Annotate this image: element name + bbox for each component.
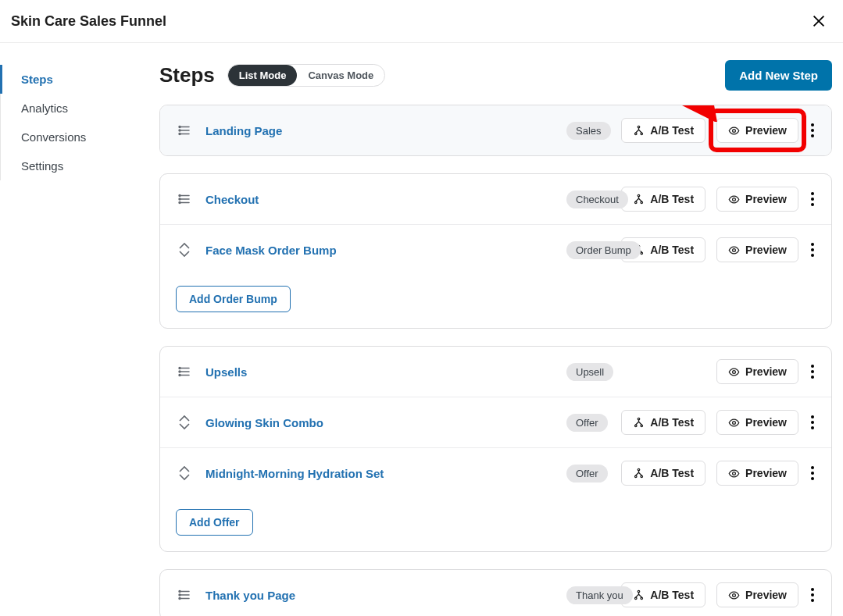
list-mode-option[interactable]: List Mode	[228, 65, 298, 86]
svg-point-23	[733, 248, 736, 251]
main-content: Steps List Mode Canvas Mode Add New Step…	[156, 43, 843, 616]
more-options-icon[interactable]	[809, 240, 816, 260]
ab-test-button[interactable]: A/B Test	[621, 187, 705, 212]
ab-test-icon	[633, 468, 645, 479]
svg-point-17	[635, 201, 638, 204]
row-actions: A/B TestPreview	[621, 410, 816, 435]
svg-point-37	[641, 475, 643, 478]
eye-icon	[728, 194, 740, 205]
step-name-link[interactable]: Face Mask Order Bump	[205, 244, 337, 257]
drag-handle-icon[interactable]	[176, 365, 193, 379]
sidebar-item-analytics[interactable]: Analytics	[0, 94, 156, 123]
eye-icon	[728, 589, 740, 601]
step-name-link[interactable]: Thank you Page	[205, 589, 295, 602]
ab-test-button[interactable]: A/B Test	[621, 410, 705, 435]
add-new-step-button[interactable]: Add New Step	[725, 60, 832, 91]
ab-test-button[interactable]: A/B Test	[621, 461, 705, 486]
step-row: CheckoutCheckoutA/B TestPreview	[160, 174, 831, 224]
step-type-badge: Sales	[566, 122, 611, 140]
svg-point-30	[733, 370, 736, 373]
step-type-badge: Checkout	[566, 190, 628, 208]
svg-point-27	[179, 368, 180, 369]
drag-handle-icon[interactable]	[176, 192, 193, 206]
svg-point-13	[179, 195, 180, 197]
sidebar-item-steps[interactable]: Steps	[0, 65, 156, 94]
sidebar-item-conversions[interactable]: Conversions	[0, 123, 156, 151]
svg-point-8	[641, 133, 643, 135]
ab-test-icon	[633, 125, 645, 137]
svg-point-43	[179, 594, 180, 596]
svg-point-3	[179, 126, 180, 128]
svg-point-5	[179, 134, 180, 135]
sidebar-item-settings[interactable]: Settings	[0, 151, 156, 180]
more-options-icon[interactable]	[809, 189, 816, 209]
row-actions: A/B TestPreview	[621, 237, 816, 262]
canvas-mode-option[interactable]: Canvas Mode	[297, 65, 384, 86]
row-actions: Preview	[716, 359, 816, 384]
svg-point-14	[179, 198, 180, 200]
close-icon[interactable]	[810, 12, 827, 30]
add-order-bump-button[interactable]: Add Order Bump	[176, 286, 291, 312]
step-row: Landing PageSalesA/B TestPreview	[160, 105, 831, 155]
card-footer: Add Order Bump	[160, 275, 831, 328]
eye-icon	[728, 417, 740, 429]
more-options-icon[interactable]	[809, 120, 816, 141]
preview-button[interactable]: Preview	[716, 410, 798, 435]
more-options-icon[interactable]	[809, 412, 816, 433]
reorder-arrows[interactable]	[176, 465, 193, 481]
step-name-link[interactable]: Midnight-Morning Hydration Set	[205, 467, 384, 480]
svg-point-28	[179, 371, 180, 372]
step-row: Face Mask Order BumpOrder BumpA/B TestPr…	[160, 224, 831, 275]
step-row: Midnight-Morning Hydration SetOfferA/B T…	[160, 447, 831, 498]
row-actions: A/B TestPreview	[621, 118, 816, 143]
step-type-badge: Upsell	[566, 363, 613, 381]
drag-handle-icon[interactable]	[176, 588, 193, 602]
step-card: CheckoutCheckoutA/B TestPreviewFace Mask…	[159, 173, 832, 329]
row-actions: A/B TestPreview	[621, 582, 816, 607]
reorder-arrows[interactable]	[176, 415, 193, 430]
eye-icon	[728, 468, 740, 479]
ab-test-icon	[633, 417, 645, 429]
step-type-badge: Offer	[566, 414, 608, 432]
svg-point-44	[179, 598, 180, 600]
preview-button[interactable]: Preview	[716, 582, 798, 607]
page-title: Steps	[159, 63, 215, 87]
preview-button[interactable]: Preview	[716, 461, 798, 486]
add-offer-button[interactable]: Add Offer	[176, 509, 253, 536]
more-options-icon[interactable]	[809, 585, 816, 605]
reorder-arrows[interactable]	[176, 242, 193, 258]
svg-point-9	[733, 129, 736, 132]
view-mode-toggle[interactable]: List Mode Canvas Mode	[227, 64, 385, 87]
step-type-badge: Offer	[566, 465, 608, 482]
row-actions: A/B TestPreview	[621, 461, 816, 486]
step-name-link[interactable]: Upsells	[205, 365, 247, 379]
step-row: UpsellsUpsellPreview	[160, 347, 831, 397]
ab-test-icon	[633, 194, 645, 205]
step-name-link[interactable]: Checkout	[205, 193, 259, 206]
preview-button[interactable]: Preview	[716, 237, 798, 262]
svg-point-22	[641, 252, 643, 255]
step-type-badge: Thank you	[566, 586, 633, 604]
step-name-link[interactable]: Landing Page	[205, 124, 282, 137]
svg-point-42	[179, 591, 180, 593]
more-options-icon[interactable]	[809, 463, 816, 483]
drag-handle-icon[interactable]	[176, 123, 193, 137]
more-options-icon[interactable]	[809, 361, 816, 382]
step-name-link[interactable]: Glowing Skin Combo	[205, 416, 323, 429]
row-actions: A/B TestPreview	[621, 187, 816, 212]
svg-point-46	[635, 597, 638, 600]
ab-test-button[interactable]: A/B Test	[621, 118, 705, 143]
preview-button[interactable]: Preview	[716, 359, 798, 384]
preview-button[interactable]: Preview	[716, 118, 798, 143]
step-type-badge: Order Bump	[566, 241, 641, 259]
ab-test-button[interactable]: A/B Test	[621, 582, 705, 607]
preview-button[interactable]: Preview	[716, 187, 798, 212]
svg-point-7	[635, 133, 638, 135]
topbar: Skin Care Sales Funnel	[0, 0, 843, 43]
svg-point-29	[179, 375, 180, 376]
eye-icon	[728, 244, 740, 256]
funnel-title: Skin Care Sales Funnel	[11, 13, 166, 30]
svg-point-4	[179, 130, 180, 131]
ab-test-icon	[633, 589, 645, 601]
svg-point-33	[641, 425, 643, 427]
